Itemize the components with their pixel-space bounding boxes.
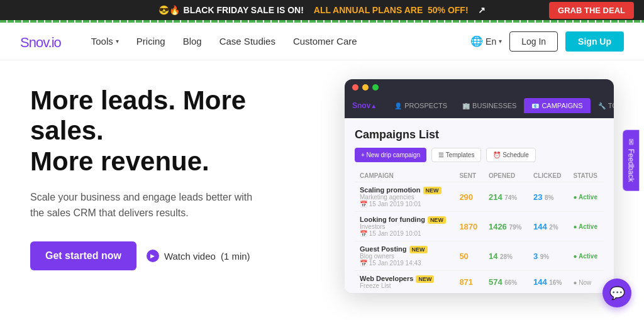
- banner-arrow: ↗: [478, 5, 486, 15]
- logo[interactable]: Snov.io: [20, 31, 61, 52]
- table-row[interactable]: Guest PostingNEW Blog owners 📅 15 Jan 20…: [355, 241, 604, 271]
- status-cell: ● Now: [568, 271, 604, 294]
- templates-btn[interactable]: ☰ Templates: [431, 148, 481, 162]
- campaign-cell: Web DevelopersNEW Freeze List: [355, 271, 454, 294]
- app-toolbar: + New drip campaign ☰ Templates ⏰ Schedu…: [355, 148, 604, 162]
- table-row[interactable]: Web DevelopersNEW Freeze List 871 574 66…: [355, 271, 604, 294]
- col-sent: SENT: [454, 170, 484, 182]
- clicked-cell: 144 2%: [528, 212, 569, 241]
- deal-button[interactable]: GRAB THE DEAL: [549, 2, 634, 19]
- campaigns-title: Campaigns List: [355, 128, 604, 141]
- campaign-cell: Scaling promotionNEW Marketing agencies …: [355, 182, 454, 212]
- app-screenshot: Snov▲ 👤 PROSPECTS 🏢 BUSINESSES 📧 CAMPAIG…: [345, 79, 614, 293]
- status-cell: ● Active: [568, 241, 604, 271]
- nav-links: Tools ▾ Pricing Blog Case Studies Custom…: [91, 36, 470, 47]
- window-dot-yellow: [362, 84, 369, 91]
- sent-cell: 50: [454, 241, 484, 271]
- window-dot-red: [352, 84, 358, 91]
- window-dot-green: [372, 84, 379, 91]
- hero-title: More leads. More sales. More revenue.: [30, 86, 319, 177]
- language-selector[interactable]: 🌐 En ▾: [470, 35, 502, 47]
- col-status: STATUS: [568, 170, 604, 182]
- app-titlebar: [345, 79, 614, 96]
- opened-cell: 14 28%: [484, 241, 528, 271]
- feedback-label: Feedback: [627, 148, 636, 182]
- col-clicked: CLICKED: [528, 170, 569, 182]
- opened-cell: 1426 79%: [484, 212, 528, 241]
- new-campaign-btn[interactable]: + New drip campaign: [355, 148, 426, 162]
- sent-cell: 1870: [454, 212, 484, 241]
- main-nav: Snov.io Tools ▾ Pricing Blog Case Studie…: [0, 23, 644, 60]
- app-tabs: 👤 PROSPECTS 🏢 BUSINESSES 📧 CAMPAIGNS 🔧 T…: [387, 98, 614, 113]
- clicked-cell: 3 9%: [528, 241, 569, 271]
- chat-icon: 💬: [609, 285, 625, 301]
- chat-bubble[interactable]: 💬: [602, 279, 631, 307]
- nav-tools[interactable]: Tools ▾: [91, 36, 119, 47]
- opened-cell: 214 74%: [484, 182, 528, 212]
- app-header-row: Snov▲ 👤 PROSPECTS 🏢 BUSINESSES 📧 CAMPAIG…: [345, 96, 614, 118]
- app-body: Campaigns List + New drip campaign ☰ Tem…: [345, 118, 614, 293]
- banner-highlight: ALL ANNUAL PLANS ARE 50% OFF!: [314, 5, 469, 15]
- nav-blog[interactable]: Blog: [183, 36, 202, 47]
- app-tab-businesses[interactable]: 🏢 BUSINESSES: [455, 98, 524, 113]
- campaign-cell: Looking for fundingNEW Investors 📅 15 Ja…: [355, 212, 454, 241]
- get-started-button[interactable]: Get started now: [30, 241, 136, 270]
- sent-cell: 871: [454, 271, 484, 294]
- col-campaign: CAMPAIGN: [355, 170, 454, 182]
- sent-cell: 290: [454, 182, 484, 212]
- hero-text: More leads. More sales. More revenue. Sc…: [30, 86, 319, 293]
- table-row[interactable]: Looking for fundingNEW Investors 📅 15 Ja…: [355, 212, 604, 241]
- globe-icon: 🌐: [470, 35, 483, 47]
- nav-case-studies[interactable]: Case Studies: [219, 36, 275, 47]
- clicked-cell: 23 8%: [528, 182, 569, 212]
- campaigns-table: CAMPAIGN SENT OPENED CLICKED STATUS Scal…: [355, 170, 604, 293]
- chevron-down-icon: ▾: [499, 38, 502, 45]
- nav-customer-care[interactable]: Customer Care: [293, 36, 357, 47]
- schedule-btn[interactable]: ⏰ Schedule: [486, 148, 535, 162]
- feedback-tab[interactable]: ✉ Feedback: [623, 130, 640, 190]
- nav-pricing[interactable]: Pricing: [136, 36, 165, 47]
- campaign-cell: Guest PostingNEW Blog owners 📅 15 Jan 20…: [355, 241, 454, 271]
- hero-subtitle: Scale your business and engage leads bet…: [30, 189, 319, 221]
- app-tab-prospects[interactable]: 👤 PROSPECTS: [387, 98, 455, 113]
- banner-emoji: 😎🔥: [158, 5, 180, 15]
- app-tab-tools[interactable]: 🔧 TOOLS: [591, 98, 614, 113]
- nav-right: 🌐 En ▾ Log In Sign Up: [470, 31, 624, 52]
- watch-video-button[interactable]: ▶ Watch video (1 min): [147, 250, 250, 262]
- status-cell: ● Active: [568, 212, 604, 241]
- table-row[interactable]: Scaling promotionNEW Marketing agencies …: [355, 182, 604, 212]
- play-icon: ▶: [147, 250, 159, 262]
- hero-actions: Get started now ▶ Watch video (1 min): [30, 241, 319, 270]
- chevron-down-icon: ▾: [116, 38, 119, 45]
- feedback-icon: ✉: [627, 138, 636, 145]
- status-cell: ● Active: [568, 182, 604, 212]
- clicked-cell: 144 16%: [528, 271, 569, 294]
- banner-prefix: BLACK FRIDAY SALE IS ON!: [184, 5, 304, 15]
- col-opened: OPENED: [484, 170, 528, 182]
- login-button[interactable]: Log In: [509, 31, 558, 52]
- app-tab-campaigns[interactable]: 📧 CAMPAIGNS: [524, 98, 590, 113]
- signup-button[interactable]: Sign Up: [565, 31, 624, 52]
- app-logo: Snov▲: [352, 101, 377, 110]
- promo-banner: 😎🔥 BLACK FRIDAY SALE IS ON! ALL ANNUAL P…: [0, 0, 644, 20]
- opened-cell: 574 66%: [484, 271, 528, 294]
- hero-section: More leads. More sales. More revenue. Sc…: [0, 60, 644, 293]
